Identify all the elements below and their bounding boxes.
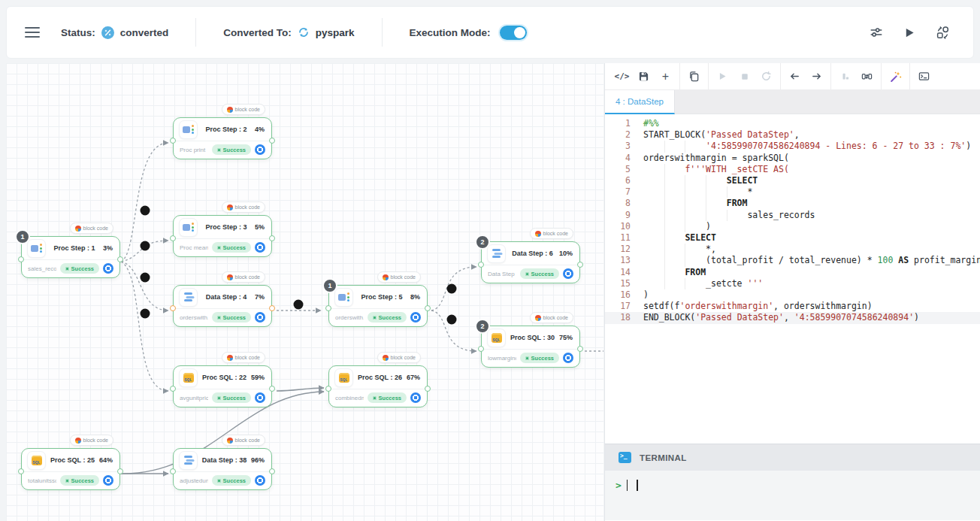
save-icon[interactable]: [633, 66, 655, 87]
node-footer: combinedm...Success: [329, 389, 427, 406]
block-code-label: block code: [235, 274, 260, 280]
node-action-button[interactable]: [103, 475, 113, 486]
line-number: 13: [605, 255, 631, 266]
run-icon[interactable]: [897, 21, 922, 44]
status-success-badge: Success: [60, 475, 99, 486]
node-dataset-label: Data Step: [488, 271, 516, 277]
node-header: Proc Step : 58%: [329, 286, 427, 309]
line-number: 5: [605, 164, 631, 175]
node-title: Proc Step : 5: [356, 293, 407, 301]
node-percent: 10%: [559, 250, 574, 257]
node-header: Data Step : 47%: [174, 286, 271, 309]
node-dataset-label: totalunitssol...: [28, 477, 56, 484]
success-dot-icon: [217, 479, 221, 483]
hamburger-menu-icon[interactable]: [25, 27, 40, 38]
terminal-icon[interactable]: [913, 66, 935, 87]
toolbar-group: [781, 63, 831, 89]
graph-node-n26[interactable]: block codeSQLProc SQL : 2667%combinedm..…: [328, 365, 428, 407]
graph-node-n1[interactable]: 1block codeProc Step : 13%sales_recordsS…: [21, 236, 120, 278]
block-code-pill[interactable]: block code: [222, 271, 265, 283]
node-percent: 67%: [407, 374, 422, 381]
node-action-button[interactable]: [410, 392, 421, 403]
node-action-button[interactable]: [255, 475, 265, 486]
graph-node-n30[interactable]: 2block codeSQLProc SQL : 3075%lowmargino…: [481, 326, 580, 368]
input-port: [478, 346, 484, 352]
settings-sliders-icon[interactable]: [864, 21, 889, 44]
output-port: [117, 256, 123, 262]
graph-node-n4[interactable]: block codeData Step : 47%orderswith...Su…: [173, 285, 272, 327]
graph-node-n38[interactable]: block codeData Step : 3896%adjustedunit.…: [173, 448, 272, 490]
data-step-icon: [184, 292, 192, 301]
status-success-badge: Success: [368, 312, 407, 323]
graph-node-n25[interactable]: block codeSQLProc SQL : 2564%totalunitss…: [21, 448, 120, 490]
code-icon[interactable]: </>: [611, 66, 633, 87]
node-action-button[interactable]: [255, 144, 265, 155]
node-dataset-label: lowmarginor...: [488, 355, 516, 362]
swap-icon[interactable]: [856, 66, 878, 87]
block-code-pill[interactable]: block code: [530, 228, 573, 239]
block-code-pill[interactable]: block code: [222, 435, 265, 446]
code-line: 12 *,: [605, 244, 980, 255]
status-success-badge: Success: [520, 268, 559, 279]
convert-icon[interactable]: [930, 21, 955, 44]
node-action-button[interactable]: [255, 392, 265, 403]
graph-node-n6[interactable]: 2block codeData Step : 610%Data StepSucc…: [481, 241, 580, 283]
data-step-icon: [184, 456, 192, 465]
block-code-pill[interactable]: block code: [70, 223, 113, 234]
input-port: [325, 305, 331, 311]
input-port: [170, 386, 176, 392]
code-editor[interactable]: 1#%%2START_BLOCK('Passed DataStep',3 '4:…: [605, 114, 980, 444]
tab-label: 4 : DataStep: [616, 97, 664, 106]
node-action-button[interactable]: [255, 242, 265, 253]
status-success-badge: Success: [212, 475, 251, 486]
tab-datastep[interactable]: 4 : DataStep: [605, 90, 675, 114]
block-code-pill[interactable]: block code: [530, 312, 573, 323]
code-line-text: FROM: [631, 198, 747, 209]
node-action-button[interactable]: [563, 268, 573, 279]
terminal-prompt: >: [616, 480, 622, 491]
block-code-icon: [75, 226, 81, 232]
code-line-text: ): [631, 221, 711, 232]
execution-mode-toggle[interactable]: [500, 26, 527, 40]
line-number: 16: [605, 289, 631, 301]
block-code-pill[interactable]: block code: [222, 352, 265, 363]
node-action-button[interactable]: [563, 353, 573, 363]
node-order-badge: 1: [322, 278, 337, 293]
execution-mode-label: Execution Mode:: [410, 27, 491, 38]
block-code-label: block code: [543, 231, 568, 236]
terminal-body[interactable]: >: [605, 471, 980, 520]
block-code-pill[interactable]: block code: [70, 435, 113, 446]
success-dot-icon: [373, 316, 377, 320]
add-icon[interactable]: +: [655, 66, 676, 87]
node-header: Data Step : 610%: [482, 242, 579, 265]
graph-node-n3[interactable]: block codeProc Step : 35%Proc meansSucce…: [173, 215, 272, 257]
copy-icon[interactable]: [683, 66, 705, 87]
terminal-header[interactable]: TERMINAL: [605, 444, 980, 471]
node-action-button[interactable]: [255, 312, 265, 323]
code-line: 8 FROM: [605, 198, 980, 209]
graph-node-n5[interactable]: 1block codeProc Step : 58%orderswith...S…: [328, 285, 428, 327]
graph-node-n2[interactable]: block codeProc Step : 24%Proc printSucce…: [173, 117, 272, 159]
code-line: 1#%%: [605, 118, 980, 129]
arrow-right-icon[interactable]: [806, 66, 827, 87]
stop-icon: [733, 66, 755, 87]
graph-node-n22[interactable]: block codeSQLProc SQL : 2259%avgunitpric…: [173, 365, 272, 407]
node-percent: 59%: [251, 374, 266, 381]
magic-wand-icon[interactable]: [885, 66, 906, 87]
node-type-chip: SQL: [334, 368, 353, 387]
node-type-chip: [179, 120, 198, 139]
arrow-left-icon[interactable]: [784, 66, 806, 87]
block-code-pill[interactable]: block code: [222, 104, 265, 115]
line-number: 3: [605, 141, 631, 152]
block-code-pill[interactable]: block code: [377, 271, 421, 283]
success-dot-icon: [217, 396, 221, 400]
toolbar-group: [910, 63, 938, 89]
node-action-button[interactable]: [103, 263, 113, 274]
pipeline-graph-canvas[interactable]: 1block codeProc Step : 13%sales_recordsS…: [6, 63, 603, 521]
block-code-pill[interactable]: block code: [222, 201, 265, 213]
status-success-badge: Success: [520, 353, 559, 363]
node-action-button[interactable]: [410, 312, 421, 323]
block-code-pill[interactable]: block code: [377, 352, 421, 363]
input-port: [170, 138, 176, 144]
proc-step-icon: [183, 223, 194, 232]
